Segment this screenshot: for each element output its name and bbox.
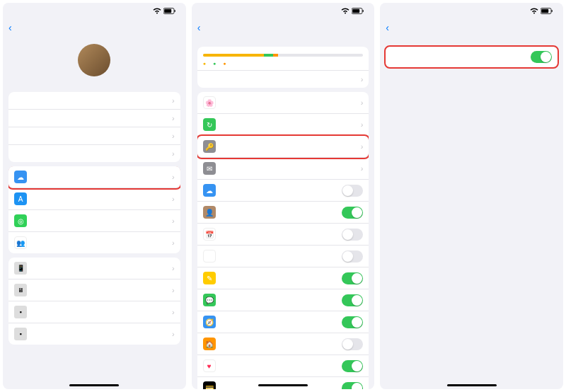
back-button[interactable]: ‹ (197, 22, 202, 33)
chevron-right-icon: › (361, 164, 364, 173)
row-safari[interactable]: 🧭 (197, 311, 369, 333)
icloud-apps-group: 🌸› ↻› 🔑› ✉︎› ☁ 👤 📅 ⋮ ✎ 💬 🧭 🏠 ♥ 💳 (197, 92, 369, 389)
row-hide-my-email[interactable]: ✉︎› (197, 158, 369, 180)
row-password-security[interactable]: › (8, 110, 180, 127)
chevron-right-icon: › (172, 114, 175, 122)
chevron-right-icon: › (172, 132, 175, 140)
chevron-right-icon: › (172, 238, 175, 247)
home-indicator[interactable] (69, 384, 119, 386)
device-row[interactable]: 🖥› (8, 279, 180, 301)
backup-icon: ↻ (203, 118, 216, 131)
photos-icon: 🌸 (203, 96, 216, 109)
wifi-icon (341, 8, 350, 14)
content (380, 37, 563, 389)
row-label (33, 265, 172, 272)
toggle-drive[interactable] (342, 185, 363, 197)
toggle-messages[interactable] (342, 294, 363, 306)
screen-apple-id: ‹ › › › › ☁› A› ◎› 👥› 📱› 🖥› ▪› ▪› (3, 3, 186, 389)
row-icloud-keychain[interactable] (386, 47, 558, 67)
row-name-phone-email[interactable]: › (8, 92, 180, 110)
messages-icon: 💬 (203, 294, 216, 306)
toggle-contacts[interactable] (342, 207, 363, 219)
screen-keychain: ‹ (380, 3, 563, 389)
toggle-calendars[interactable] (342, 229, 363, 241)
row-reminders[interactable]: ⋮ (197, 246, 369, 267)
chevron-right-icon: › (361, 75, 364, 83)
chevron-right-icon: › (361, 120, 364, 129)
row-payment-shipping[interactable]: › (8, 127, 180, 145)
health-icon: ♥ (203, 359, 216, 372)
safari-icon: 🧭 (203, 316, 216, 328)
toggle-safari[interactable] (342, 316, 363, 328)
row-photos[interactable]: 🌸› (197, 92, 369, 114)
status-bar (192, 3, 375, 18)
family-icon: 👥 (14, 236, 27, 249)
svg-rect-7 (541, 8, 548, 13)
row-label (33, 287, 172, 294)
wallet-icon: 💳 (203, 381, 216, 389)
svg-rect-4 (353, 8, 360, 13)
toggle-health[interactable] (342, 360, 363, 372)
status-bar (3, 3, 186, 18)
nav-bar: ‹ (3, 18, 186, 37)
row-find-my[interactable]: ◎› (8, 210, 180, 232)
avatar[interactable] (78, 44, 110, 76)
row-home[interactable]: 🏠 (197, 333, 369, 355)
svg-rect-5 (363, 10, 364, 12)
row-calendars[interactable]: 📅 (197, 224, 369, 246)
back-button[interactable]: ‹ (386, 22, 390, 33)
chevron-right-icon: › (172, 264, 175, 272)
toggle-keychain[interactable] (531, 51, 552, 63)
toggle-reminders[interactable] (342, 250, 363, 263)
row-icloud[interactable]: ☁› (8, 166, 180, 188)
appstore-icon: A (14, 192, 27, 205)
row-icloud-backup[interactable]: ↻› (197, 114, 369, 136)
device-row[interactable]: ▪› (8, 323, 180, 345)
back-button[interactable]: ‹ (8, 22, 13, 33)
nav-bar: ‹ (380, 18, 563, 37)
devices-group: 📱› 🖥› ▪› ▪› (8, 258, 180, 345)
toggle-home[interactable] (342, 338, 363, 350)
toggle-wallet[interactable] (342, 382, 363, 390)
chevron-left-icon: ‹ (8, 22, 12, 33)
screen-icloud: ‹ › 🌸› ↻› 🔑› ✉︎› ☁ 👤 📅 ⋮ ✎ 💬 🧭 🏠 ♥ (192, 3, 375, 389)
status-icons (341, 8, 364, 14)
row-label (33, 330, 172, 338)
device-icon: ▪ (14, 328, 27, 340)
storage-row[interactable] (197, 47, 369, 71)
home-indicator[interactable] (258, 384, 308, 386)
battery-icon (541, 8, 553, 14)
row-label (33, 309, 172, 316)
notes-icon: ✎ (203, 272, 216, 284)
key-icon: 🔑 (203, 140, 216, 153)
row-subscriptions[interactable]: › (8, 145, 180, 162)
row-drive[interactable]: ☁ (197, 180, 369, 202)
toggle-notes[interactable] (342, 272, 363, 284)
chevron-right-icon: › (172, 195, 175, 203)
device-row[interactable]: 📱› (8, 258, 180, 279)
row-keychain[interactable]: 🔑› (197, 136, 369, 158)
row-messages[interactable]: 💬 (197, 289, 369, 311)
chevron-right-icon: › (172, 330, 175, 338)
row-notes[interactable]: ✎ (197, 267, 369, 289)
findmy-icon: ◎ (14, 214, 27, 227)
row-contacts[interactable]: 👤 (197, 202, 369, 224)
svg-rect-1 (164, 8, 171, 13)
row-wallet[interactable]: 💳 (197, 377, 369, 389)
row-health[interactable]: ♥ (197, 355, 369, 377)
device-row[interactable]: ▪› (8, 301, 180, 323)
keychain-group (386, 47, 558, 67)
row-manage-storage[interactable]: › (197, 71, 369, 88)
svg-rect-2 (174, 10, 175, 12)
home-indicator[interactable] (447, 384, 497, 386)
nav-bar: ‹ (192, 18, 375, 37)
row-media-purchases[interactable]: A› (8, 188, 180, 210)
chevron-right-icon: › (172, 308, 175, 316)
row-family-sharing[interactable]: 👥› (8, 232, 180, 253)
status-icons (530, 8, 553, 14)
content: › › › › ☁› A› ◎› 👥› 📱› 🖥› ▪› ▪› (3, 37, 186, 389)
account-group: › › › › (8, 92, 180, 162)
svg-rect-8 (552, 10, 553, 12)
chevron-right-icon: › (361, 98, 364, 107)
chevron-right-icon: › (172, 217, 175, 225)
